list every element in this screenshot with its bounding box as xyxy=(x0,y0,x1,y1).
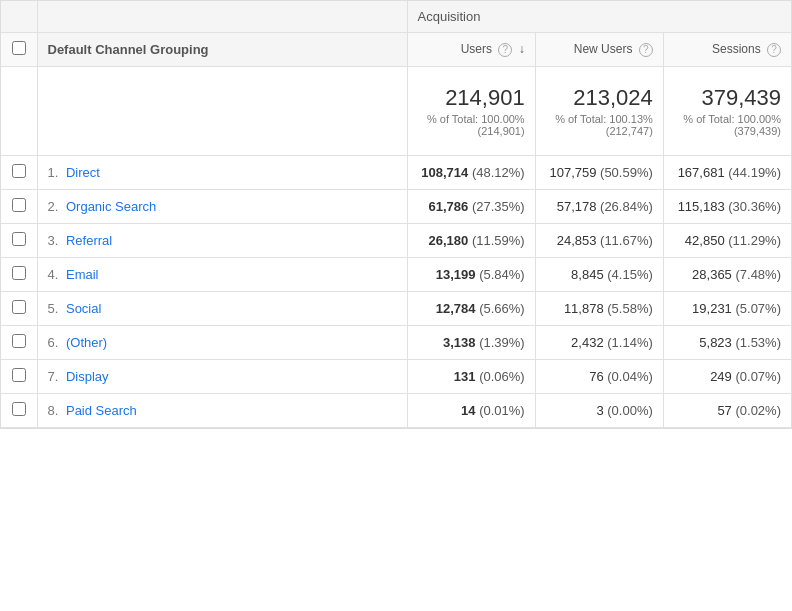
sessions-value: 167,681 xyxy=(678,165,725,180)
sessions-column-header[interactable]: Sessions ? xyxy=(663,33,791,67)
users-value: 3,138 xyxy=(443,335,476,350)
row-checkbox[interactable] xyxy=(12,334,26,348)
channel-grouping-header: Default Channel Grouping xyxy=(37,33,407,67)
channel-cell: 1. Direct xyxy=(37,156,407,190)
users-value: 108,714 xyxy=(421,165,468,180)
new-users-pct: (11.67%) xyxy=(600,233,653,248)
row-number: 7. xyxy=(48,369,59,384)
new-users-value: 24,853 xyxy=(557,233,597,248)
sessions-value: 249 xyxy=(710,369,732,384)
row-checkbox-cell[interactable] xyxy=(1,224,37,258)
users-pct: (5.84%) xyxy=(479,267,525,282)
sessions-pct: (44.19%) xyxy=(728,165,781,180)
row-number: 2. xyxy=(48,199,59,214)
new-users-cell: 3 (0.00%) xyxy=(535,394,663,428)
row-number: 6. xyxy=(48,335,59,350)
sessions-cell: 57 (0.02%) xyxy=(663,394,791,428)
channel-link[interactable]: Direct xyxy=(66,165,100,180)
channel-cell: 8. Paid Search xyxy=(37,394,407,428)
sessions-value: 19,231 xyxy=(692,301,732,316)
new-users-cell: 24,853 (11.67%) xyxy=(535,224,663,258)
row-number: 5. xyxy=(48,301,59,316)
channel-cell: 6. (Other) xyxy=(37,326,407,360)
users-sort-icon[interactable]: ↓ xyxy=(519,42,525,56)
users-pct: (27.35%) xyxy=(472,199,525,214)
users-cell: 14 (0.01%) xyxy=(407,394,535,428)
sessions-cell: 42,850 (11.29%) xyxy=(663,224,791,258)
row-checkbox[interactable] xyxy=(12,368,26,382)
row-checkbox[interactable] xyxy=(12,232,26,246)
new-users-pct: (0.04%) xyxy=(607,369,653,384)
row-number: 4. xyxy=(48,267,59,282)
sessions-cell: 5,823 (1.53%) xyxy=(663,326,791,360)
new-users-cell: 2,432 (1.14%) xyxy=(535,326,663,360)
users-value: 26,180 xyxy=(429,233,469,248)
row-checkbox[interactable] xyxy=(12,402,26,416)
totals-sessions-value: 379,439 xyxy=(674,85,781,111)
users-pct: (0.06%) xyxy=(479,369,525,384)
table-row: 3. Referral 26,180 (11.59%) 24,853 (11.6… xyxy=(1,224,791,258)
users-value: 14 xyxy=(461,403,475,418)
users-cell: 13,199 (5.84%) xyxy=(407,258,535,292)
totals-sessions-cell: 379,439 % of Total: 100.00% (379,439) xyxy=(663,67,791,156)
users-cell: 108,714 (48.12%) xyxy=(407,156,535,190)
table-row: 7. Display 131 (0.06%) 76 (0.04%) 249 (0… xyxy=(1,360,791,394)
channel-header xyxy=(37,1,407,33)
totals-new-users-value: 213,024 xyxy=(546,85,653,111)
new-users-help-icon[interactable]: ? xyxy=(639,43,653,57)
new-users-value: 3 xyxy=(596,403,603,418)
sessions-help-icon[interactable]: ? xyxy=(767,43,781,57)
channel-link[interactable]: Paid Search xyxy=(66,403,137,418)
sessions-cell: 249 (0.07%) xyxy=(663,360,791,394)
table-row: 5. Social 12,784 (5.66%) 11,878 (5.58%) … xyxy=(1,292,791,326)
new-users-pct: (1.14%) xyxy=(607,335,653,350)
new-users-pct: (0.00%) xyxy=(607,403,653,418)
users-cell: 26,180 (11.59%) xyxy=(407,224,535,258)
channel-link[interactable]: Organic Search xyxy=(66,199,156,214)
checkbox-header xyxy=(1,1,37,33)
new-users-pct: (26.84%) xyxy=(600,199,653,214)
row-checkbox-cell[interactable] xyxy=(1,258,37,292)
totals-new-users-cell: 213,024 % of Total: 100.13% (212,747) xyxy=(535,67,663,156)
channel-link[interactable]: Email xyxy=(66,267,99,282)
row-checkbox-cell[interactable] xyxy=(1,190,37,224)
table-row: 2. Organic Search 61,786 (27.35%) 57,178… xyxy=(1,190,791,224)
select-all-checkbox[interactable] xyxy=(12,41,26,55)
users-help-icon[interactable]: ? xyxy=(498,43,512,57)
row-checkbox-cell[interactable] xyxy=(1,292,37,326)
new-users-value: 11,878 xyxy=(564,301,604,316)
users-cell: 131 (0.06%) xyxy=(407,360,535,394)
analytics-table: Acquisition Default Channel Grouping Use… xyxy=(0,0,792,429)
sessions-pct: (1.53%) xyxy=(735,335,781,350)
row-checkbox[interactable] xyxy=(12,198,26,212)
sessions-cell: 115,183 (30.36%) xyxy=(663,190,791,224)
users-pct: (1.39%) xyxy=(479,335,525,350)
sessions-value: 42,850 xyxy=(685,233,725,248)
row-checkbox[interactable] xyxy=(12,300,26,314)
row-checkbox-cell[interactable] xyxy=(1,326,37,360)
row-checkbox-cell[interactable] xyxy=(1,394,37,428)
channel-cell: 2. Organic Search xyxy=(37,190,407,224)
users-value: 13,199 xyxy=(436,267,476,282)
channel-cell: 5. Social xyxy=(37,292,407,326)
acquisition-header-row: Acquisition xyxy=(1,1,791,33)
sessions-pct: (30.36%) xyxy=(728,199,781,214)
new-users-column-header[interactable]: New Users ? xyxy=(535,33,663,67)
table-row: 1. Direct 108,714 (48.12%) 107,759 (50.5… xyxy=(1,156,791,190)
sessions-pct: (5.07%) xyxy=(735,301,781,316)
channel-link[interactable]: Social xyxy=(66,301,101,316)
row-checkbox[interactable] xyxy=(12,266,26,280)
row-checkbox[interactable] xyxy=(12,164,26,178)
users-cell: 3,138 (1.39%) xyxy=(407,326,535,360)
new-users-pct: (50.59%) xyxy=(600,165,653,180)
row-checkbox-cell[interactable] xyxy=(1,156,37,190)
channel-link[interactable]: (Other) xyxy=(66,335,107,350)
users-cell: 12,784 (5.66%) xyxy=(407,292,535,326)
users-column-header[interactable]: Users ? ↓ xyxy=(407,33,535,67)
select-all-checkbox-header[interactable] xyxy=(1,33,37,67)
channel-link[interactable]: Display xyxy=(66,369,109,384)
sessions-value: 115,183 xyxy=(678,199,725,214)
channel-link[interactable]: Referral xyxy=(66,233,112,248)
new-users-cell: 107,759 (50.59%) xyxy=(535,156,663,190)
row-checkbox-cell[interactable] xyxy=(1,360,37,394)
